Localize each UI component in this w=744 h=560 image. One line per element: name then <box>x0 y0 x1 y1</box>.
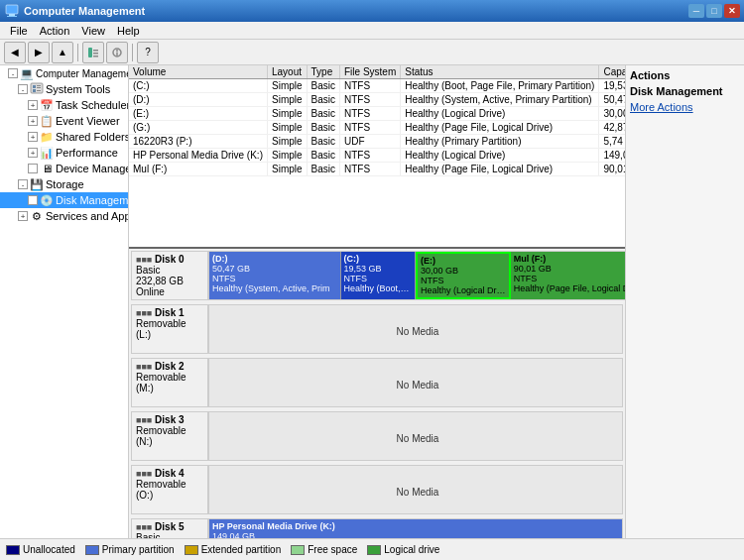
table-cell: Simple <box>267 149 307 163</box>
col-capacity[interactable]: Capacity <box>599 65 625 79</box>
partition--e--[interactable]: (E:)30,00 GBNTFSHealthy (Logical Drive) <box>416 252 511 299</box>
disk-type: Basic <box>136 532 203 538</box>
actions-panel: Actions Disk Management More Actions <box>625 65 744 538</box>
part-label: (C:) <box>344 254 412 264</box>
close-button[interactable]: ✕ <box>724 4 740 18</box>
part-label: (D:) <box>212 254 337 264</box>
expand-storage[interactable]: - <box>18 179 28 189</box>
expand-disk-management <box>28 195 38 205</box>
legend-free: Free space <box>291 544 357 555</box>
tree-task-scheduler[interactable]: + 📅 Task Scheduler <box>0 97 128 113</box>
part-size: 50,47 GB <box>212 264 337 274</box>
table-cell: Healthy (Boot, Page File, Primary Partit… <box>401 79 599 93</box>
partition-hp-personal-media-drive--k--[interactable]: HP Personal Media Drive (K:)149,04 GBNTF… <box>209 519 622 538</box>
table-row[interactable]: (E:)SimpleBasicNTFSHealthy (Logical Driv… <box>129 107 625 121</box>
expand-performance[interactable]: + <box>28 148 38 158</box>
svg-rect-1 <box>9 14 15 16</box>
table-row[interactable]: (C:)SimpleBasicNTFSHealthy (Boot, Page F… <box>129 79 625 93</box>
partition--d--[interactable]: (D:)50,47 GBNTFSHealthy (System, Active,… <box>209 252 341 299</box>
disk-row-disk4: ■■■ Disk 4Removable (O:)No Media <box>131 465 623 514</box>
tree-system-tools[interactable]: - System Tools <box>0 81 128 97</box>
col-status[interactable]: Status <box>401 65 599 79</box>
tb-properties[interactable] <box>106 42 128 63</box>
partition--c--[interactable]: (C:)19,53 GBNTFSHealthy (Boot, Page File… <box>341 252 416 299</box>
tb-sep1 <box>77 44 78 61</box>
computer-icon: 💻 <box>20 66 34 80</box>
table-cell: NTFS <box>340 107 401 121</box>
part-size: 19,53 GB <box>344 264 412 274</box>
tree-device-manager[interactable]: 🖥 Device Manager <box>0 161 128 176</box>
table-cell: Basic <box>307 107 339 121</box>
legend-primary: Primary partition <box>85 544 175 555</box>
table-row[interactable]: (D:)SimpleBasicNTFSHealthy (System, Acti… <box>129 93 625 107</box>
menu-action[interactable]: Action <box>34 24 76 38</box>
tree-storage[interactable]: - 💾 Storage <box>0 176 128 192</box>
col-type[interactable]: Type <box>307 65 339 79</box>
actions-title: Actions <box>630 69 740 81</box>
table-cell: 19,53 GB <box>599 79 625 93</box>
toolbar: ◀ ▶ ▲ ? <box>0 40 744 65</box>
table-row[interactable]: (G:)SimpleBasicNTFSHealthy (Page File, L… <box>129 121 625 135</box>
col-volume[interactable]: Volume <box>129 65 267 79</box>
maximize-button[interactable]: □ <box>706 4 722 18</box>
svg-rect-0 <box>6 5 18 14</box>
expand-task-scheduler[interactable]: + <box>28 100 38 110</box>
disk-label-disk4: ■■■ Disk 4Removable (O:) <box>131 465 208 514</box>
more-actions-link[interactable]: More Actions <box>630 101 740 113</box>
legend-label-free: Free space <box>308 544 357 555</box>
part-fs: NTFS <box>421 276 506 285</box>
expand-root[interactable]: - <box>8 68 18 78</box>
expand-shared-folders[interactable]: + <box>28 132 38 142</box>
expand-event-viewer[interactable]: + <box>28 116 38 126</box>
disk-label-disk1: ■■■ Disk 1Removable (L:) <box>131 304 208 354</box>
table-cell: (G:) <box>129 121 267 135</box>
system-tools-icon <box>30 82 44 96</box>
storage-icon: 💾 <box>30 177 44 191</box>
no-media-label: No Media <box>209 359 622 406</box>
disk-name-label: ■■■ Disk 3 <box>136 414 203 425</box>
partition-mul--f--[interactable]: Mul (F:)90,01 GBNTFSHealthy (Page File, … <box>511 252 625 299</box>
svg-rect-14 <box>37 87 41 88</box>
disk-label-disk0: ■■■ Disk 0Basic232,88 GBOnline <box>131 251 208 300</box>
table-cell: Basic <box>307 163 339 176</box>
part-fs: NTFS <box>344 274 412 283</box>
tree-event-viewer[interactable]: + 📋 Event Viewer <box>0 113 128 129</box>
col-layout[interactable]: Layout <box>267 65 307 79</box>
tree-disk-management[interactable]: 💿 Disk Management <box>0 192 128 208</box>
expand-services[interactable]: + <box>18 211 28 221</box>
menu-view[interactable]: View <box>75 24 111 38</box>
tree-shared-folders[interactable]: + 📁 Shared Folders <box>0 129 128 145</box>
performance-icon: 📊 <box>40 146 54 160</box>
table-cell: 50,47 GB <box>599 93 625 107</box>
part-label: (E:) <box>421 256 506 266</box>
legend: Unallocated Primary partition Extended p… <box>0 538 744 560</box>
tb-help[interactable]: ? <box>137 42 159 63</box>
tb-show-hide[interactable] <box>82 42 104 63</box>
tb-forward[interactable]: ▶ <box>28 42 50 63</box>
table-row[interactable]: 16220R3 (P:)SimpleBasicUDFHealthy (Prima… <box>129 135 625 149</box>
table-cell: 149,04 GB <box>599 149 625 163</box>
table-cell: (C:) <box>129 79 267 93</box>
disk-type: Removable (O:) <box>136 479 203 501</box>
disk-row-disk2: ■■■ Disk 2Removable (M:)No Media <box>131 358 623 407</box>
device-manager-icon: 🖥 <box>40 162 54 175</box>
disk-size: 232,88 GB <box>136 276 203 286</box>
expand-system-tools[interactable]: - <box>18 84 28 94</box>
part-status: Healthy (System, Active, Prim <box>212 283 337 293</box>
svg-rect-11 <box>33 85 36 88</box>
legend-color-primary <box>85 545 99 555</box>
col-fs[interactable]: File System <box>340 65 401 79</box>
legend-unallocated: Unallocated <box>6 544 75 555</box>
table-cell: Simple <box>267 121 307 135</box>
menu-file[interactable]: File <box>4 24 34 38</box>
minimize-button[interactable]: ─ <box>688 4 704 18</box>
table-row[interactable]: HP Personal Media Drive (K:)SimpleBasicN… <box>129 149 625 163</box>
disk-row-disk5: ■■■ Disk 5Basic149,05 GBHP Personal Medi… <box>131 518 623 538</box>
tree-services[interactable]: + ⚙ Services and Applications <box>0 208 128 224</box>
tb-up[interactable]: ▲ <box>52 42 73 63</box>
tb-back[interactable]: ◀ <box>4 42 26 63</box>
tree-performance[interactable]: + 📊 Performance <box>0 145 128 161</box>
table-row[interactable]: Mul (F:)SimpleBasicNTFSHealthy (Page Fil… <box>129 163 625 176</box>
tree-root[interactable]: - 💻 Computer Management (Loca <box>0 65 128 81</box>
menu-help[interactable]: Help <box>111 24 146 38</box>
